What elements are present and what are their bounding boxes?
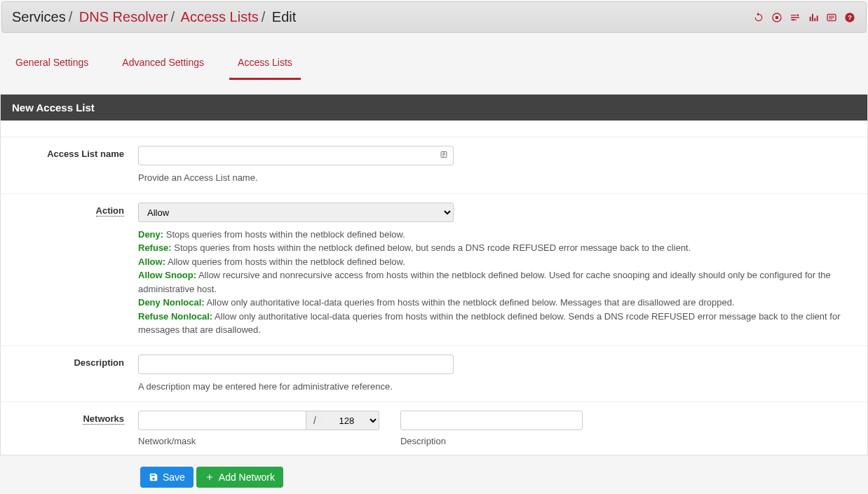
log-icon[interactable] xyxy=(825,11,838,24)
network-sublabel: Network/mask xyxy=(138,436,379,446)
label-description: Description xyxy=(12,355,138,394)
svg-text:?: ? xyxy=(848,14,852,21)
panel-title: New Access List xyxy=(1,95,867,121)
svg-point-3 xyxy=(792,19,794,21)
description-input[interactable] xyxy=(138,355,454,374)
label-networks: Networks xyxy=(12,411,138,446)
related-settings-icon[interactable] xyxy=(789,11,801,24)
acl-name-help: Provide an Access List name. xyxy=(138,171,856,185)
svg-point-2 xyxy=(797,14,799,16)
tab-advanced-settings[interactable]: Advanced Settings xyxy=(114,47,212,80)
restart-service-icon[interactable] xyxy=(752,11,765,24)
page-header: Services/ DNS Resolver/ Access Lists/ Ed… xyxy=(1,1,867,33)
action-help: Deny: Stops queries from hosts within th… xyxy=(138,228,856,337)
status-graph-icon[interactable] xyxy=(807,11,820,24)
network-description-input[interactable] xyxy=(400,411,583,430)
breadcrumb-access-lists[interactable]: Access Lists xyxy=(181,9,259,25)
row-networks: Networks / 128 Network/mask Description xyxy=(1,402,867,455)
add-network-button[interactable]: Add Network xyxy=(196,467,283,488)
tab-bar: General Settings Advanced Settings Acces… xyxy=(0,47,868,80)
network-address-input[interactable] xyxy=(138,411,306,430)
breadcrumb-current: Edit xyxy=(272,9,296,25)
acl-name-input[interactable] xyxy=(138,146,454,165)
form-buttons: Save Add Network xyxy=(0,455,868,494)
row-acl-name: Access List name Provide an Access List … xyxy=(1,137,867,194)
svg-rect-1 xyxy=(775,16,778,19)
row-action: Action Allow Deny: Stops queries from ho… xyxy=(1,194,867,346)
tab-general-settings[interactable]: General Settings xyxy=(7,47,97,80)
acl-form-panel: New Access List Access List name Provide… xyxy=(0,94,868,455)
help-icon[interactable]: ? xyxy=(843,11,856,24)
breadcrumb-services[interactable]: Services xyxy=(12,9,66,25)
action-select[interactable]: Allow xyxy=(138,203,454,222)
label-acl-name: Access List name xyxy=(12,146,138,185)
header-actions: ? xyxy=(752,11,856,24)
breadcrumb: Services/ DNS Resolver/ Access Lists/ Ed… xyxy=(12,9,296,25)
save-icon xyxy=(149,472,158,482)
row-description: Description A description may be entered… xyxy=(1,346,867,403)
network-slash: / xyxy=(306,411,323,430)
save-button[interactable]: Save xyxy=(140,467,194,488)
label-action: Action xyxy=(12,203,138,337)
tab-access-lists[interactable]: Access Lists xyxy=(229,47,301,80)
stop-service-icon[interactable] xyxy=(771,11,783,24)
breadcrumb-dns-resolver[interactable]: DNS Resolver xyxy=(79,9,168,25)
description-help: A description may be entered here for ad… xyxy=(138,380,856,394)
plus-icon xyxy=(205,472,215,482)
panel-spacer xyxy=(1,121,867,137)
network-mask-select[interactable]: 128 xyxy=(323,411,379,430)
network-desc-sublabel: Description xyxy=(400,436,583,446)
